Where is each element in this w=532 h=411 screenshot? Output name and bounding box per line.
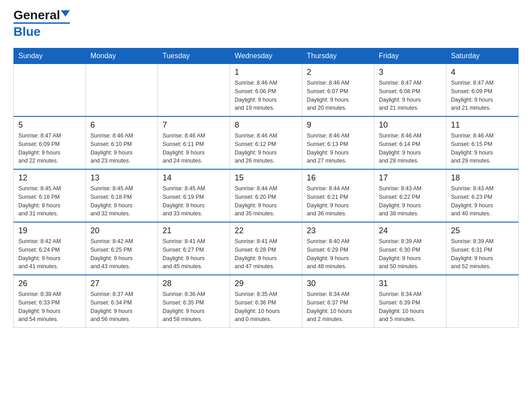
day-number: 20 — [90, 226, 153, 235]
day-info: Sunrise: 8:46 AM Sunset: 6:12 PM Dayligh… — [235, 132, 297, 165]
calendar-header-sunday: Sunday — [14, 48, 86, 64]
day-number: 16 — [307, 173, 369, 183]
calendar-week-row: 26Sunrise: 8:38 AM Sunset: 6:33 PM Dayli… — [14, 275, 519, 328]
calendar-cell: 4Sunrise: 8:47 AM Sunset: 6:09 PM Daylig… — [446, 64, 519, 117]
day-number: 24 — [379, 226, 442, 235]
calendar-cell: 2Sunrise: 8:46 AM Sunset: 6:07 PM Daylig… — [302, 64, 374, 117]
calendar-week-row: 1Sunrise: 8:46 AM Sunset: 6:06 PM Daylig… — [14, 64, 519, 117]
logo-blue: Blue — [13, 25, 41, 39]
day-info: Sunrise: 8:46 AM Sunset: 6:14 PM Dayligh… — [379, 132, 442, 165]
day-number: 7 — [163, 120, 225, 130]
day-number: 10 — [379, 120, 442, 130]
calendar-cell: 15Sunrise: 8:44 AM Sunset: 6:20 PM Dayli… — [230, 169, 302, 222]
calendar-cell: 14Sunrise: 8:45 AM Sunset: 6:19 PM Dayli… — [158, 169, 230, 222]
calendar-cell: 1Sunrise: 8:46 AM Sunset: 6:06 PM Daylig… — [230, 64, 302, 117]
day-info: Sunrise: 8:47 AM Sunset: 6:09 PM Dayligh… — [18, 132, 81, 165]
day-number: 12 — [18, 173, 81, 183]
day-info: Sunrise: 8:34 AM Sunset: 6:37 PM Dayligh… — [307, 290, 369, 324]
calendar-header-saturday: Saturday — [446, 48, 519, 64]
calendar-week-row: 19Sunrise: 8:42 AM Sunset: 6:24 PM Dayli… — [14, 222, 519, 275]
calendar-cell: 17Sunrise: 8:43 AM Sunset: 6:22 PM Dayli… — [374, 169, 446, 222]
calendar-cell: 23Sunrise: 8:40 AM Sunset: 6:29 PM Dayli… — [302, 222, 374, 275]
calendar-cell: 5Sunrise: 8:47 AM Sunset: 6:09 PM Daylig… — [14, 116, 86, 169]
calendar-cell: 7Sunrise: 8:46 AM Sunset: 6:11 PM Daylig… — [158, 116, 230, 169]
day-number: 1 — [235, 68, 297, 77]
calendar-cell: 31Sunrise: 8:34 AM Sunset: 6:39 PM Dayli… — [374, 275, 446, 328]
day-number: 13 — [90, 173, 153, 183]
day-info: Sunrise: 8:46 AM Sunset: 6:10 PM Dayligh… — [90, 132, 153, 165]
day-info: Sunrise: 8:41 AM Sunset: 6:27 PM Dayligh… — [163, 237, 225, 271]
calendar-header-thursday: Thursday — [302, 48, 374, 64]
calendar-cell: 12Sunrise: 8:45 AM Sunset: 6:16 PM Dayli… — [14, 169, 86, 222]
day-info: Sunrise: 8:45 AM Sunset: 6:19 PM Dayligh… — [163, 184, 225, 218]
calendar-cell — [158, 64, 230, 117]
calendar-cell: 18Sunrise: 8:43 AM Sunset: 6:23 PM Dayli… — [446, 169, 519, 222]
day-number: 14 — [163, 173, 225, 183]
calendar-cell: 11Sunrise: 8:46 AM Sunset: 6:15 PM Dayli… — [446, 116, 519, 169]
day-number: 2 — [307, 68, 369, 77]
day-number: 22 — [235, 226, 297, 235]
calendar-cell: 22Sunrise: 8:41 AM Sunset: 6:28 PM Dayli… — [230, 222, 302, 275]
day-info: Sunrise: 8:41 AM Sunset: 6:28 PM Dayligh… — [235, 237, 297, 271]
calendar-cell — [446, 275, 519, 328]
day-info: Sunrise: 8:46 AM Sunset: 6:11 PM Dayligh… — [163, 132, 225, 165]
page-header: General Blue — [13, 9, 519, 39]
logo-general: General — [13, 9, 60, 21]
day-info: Sunrise: 8:46 AM Sunset: 6:15 PM Dayligh… — [451, 132, 514, 165]
calendar-cell: 13Sunrise: 8:45 AM Sunset: 6:18 PM Dayli… — [86, 169, 158, 222]
day-number: 9 — [307, 120, 369, 130]
day-number: 15 — [235, 173, 297, 183]
day-info: Sunrise: 8:46 AM Sunset: 6:13 PM Dayligh… — [307, 132, 369, 165]
calendar-header-friday: Friday — [374, 48, 446, 64]
calendar-cell: 10Sunrise: 8:46 AM Sunset: 6:14 PM Dayli… — [374, 116, 446, 169]
calendar-cell — [86, 64, 158, 117]
calendar-cell: 6Sunrise: 8:46 AM Sunset: 6:10 PM Daylig… — [86, 116, 158, 169]
day-number: 23 — [307, 226, 369, 235]
day-info: Sunrise: 8:42 AM Sunset: 6:25 PM Dayligh… — [90, 237, 153, 271]
day-info: Sunrise: 8:36 AM Sunset: 6:35 PM Dayligh… — [163, 290, 225, 324]
day-number: 19 — [18, 226, 81, 235]
calendar-cell: 19Sunrise: 8:42 AM Sunset: 6:24 PM Dayli… — [14, 222, 86, 275]
day-info: Sunrise: 8:43 AM Sunset: 6:23 PM Dayligh… — [451, 184, 514, 218]
day-info: Sunrise: 8:47 AM Sunset: 6:09 PM Dayligh… — [451, 79, 514, 112]
day-info: Sunrise: 8:45 AM Sunset: 6:16 PM Dayligh… — [18, 184, 81, 218]
day-number: 18 — [451, 173, 514, 183]
day-number: 29 — [235, 279, 297, 288]
day-number: 3 — [379, 68, 442, 77]
calendar-cell: 30Sunrise: 8:34 AM Sunset: 6:37 PM Dayli… — [302, 275, 374, 328]
day-number: 6 — [90, 120, 153, 130]
day-number: 26 — [18, 279, 81, 288]
calendar-table: SundayMondayTuesdayWednesdayThursdayFrid… — [13, 48, 519, 328]
day-number: 4 — [451, 68, 514, 77]
day-info: Sunrise: 8:39 AM Sunset: 6:31 PM Dayligh… — [451, 237, 514, 271]
calendar-cell: 20Sunrise: 8:42 AM Sunset: 6:25 PM Dayli… — [86, 222, 158, 275]
day-number: 31 — [379, 279, 442, 288]
day-number: 8 — [235, 120, 297, 130]
calendar-header-row: SundayMondayTuesdayWednesdayThursdayFrid… — [14, 48, 519, 64]
calendar-cell: 8Sunrise: 8:46 AM Sunset: 6:12 PM Daylig… — [230, 116, 302, 169]
day-info: Sunrise: 8:42 AM Sunset: 6:24 PM Dayligh… — [18, 237, 81, 271]
day-info: Sunrise: 8:44 AM Sunset: 6:20 PM Dayligh… — [235, 184, 297, 218]
day-info: Sunrise: 8:46 AM Sunset: 6:06 PM Dayligh… — [235, 79, 297, 112]
day-info: Sunrise: 8:47 AM Sunset: 6:08 PM Dayligh… — [379, 79, 442, 112]
day-info: Sunrise: 8:40 AM Sunset: 6:29 PM Dayligh… — [307, 237, 369, 271]
calendar-header-wednesday: Wednesday — [230, 48, 302, 64]
day-number: 30 — [307, 279, 369, 288]
day-number: 28 — [163, 279, 225, 288]
calendar-cell: 9Sunrise: 8:46 AM Sunset: 6:13 PM Daylig… — [302, 116, 374, 169]
day-info: Sunrise: 8:45 AM Sunset: 6:18 PM Dayligh… — [90, 184, 153, 218]
day-info: Sunrise: 8:38 AM Sunset: 6:33 PM Dayligh… — [18, 290, 81, 324]
logo-triangle-icon — [61, 10, 70, 17]
logo: General Blue — [13, 9, 70, 39]
calendar-cell — [14, 64, 86, 117]
day-info: Sunrise: 8:35 AM Sunset: 6:36 PM Dayligh… — [235, 290, 297, 324]
calendar-cell: 27Sunrise: 8:37 AM Sunset: 6:34 PM Dayli… — [86, 275, 158, 328]
calendar-header-tuesday: Tuesday — [158, 48, 230, 64]
day-info: Sunrise: 8:37 AM Sunset: 6:34 PM Dayligh… — [90, 290, 153, 324]
calendar-week-row: 5Sunrise: 8:47 AM Sunset: 6:09 PM Daylig… — [14, 116, 519, 169]
day-number: 5 — [18, 120, 81, 130]
day-number: 27 — [90, 279, 153, 288]
day-info: Sunrise: 8:43 AM Sunset: 6:22 PM Dayligh… — [379, 184, 442, 218]
day-info: Sunrise: 8:34 AM Sunset: 6:39 PM Dayligh… — [379, 290, 442, 324]
day-number: 25 — [451, 226, 514, 235]
